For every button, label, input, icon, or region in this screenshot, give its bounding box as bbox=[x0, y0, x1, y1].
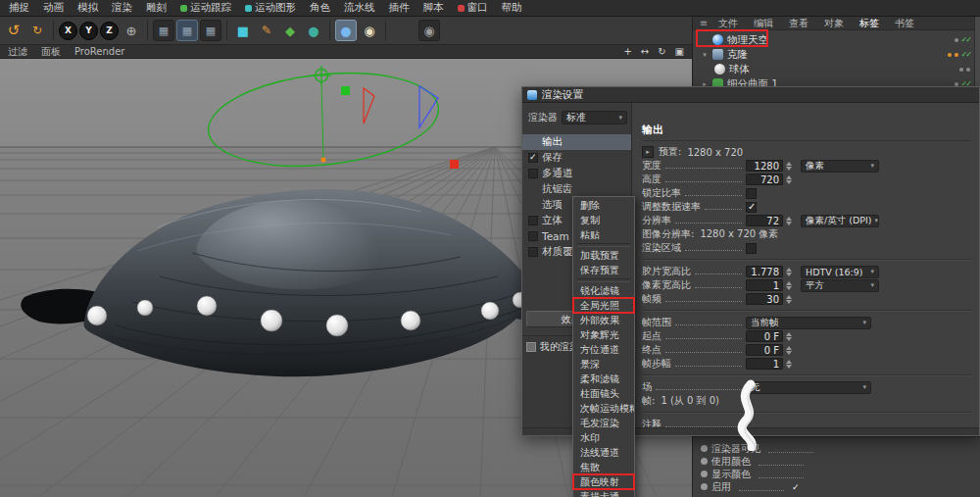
context-menu-item[interactable]: 柱面镜头 bbox=[573, 386, 634, 401]
mograph-tag-icon[interactable] bbox=[948, 53, 952, 57]
object-item-physical-sky[interactable]: 物理天空 bbox=[693, 32, 980, 47]
tree-checkbox[interactable] bbox=[528, 247, 538, 257]
menu-item[interactable]: 运动跟踪 bbox=[173, 1, 238, 15]
context-menu-item[interactable]: 景深 bbox=[573, 357, 634, 372]
context-menu-item[interactable]: 全局光照 bbox=[573, 298, 634, 313]
context-menu-item[interactable]: 方位通道 bbox=[573, 342, 634, 357]
menu-item[interactable]: 捕捉 bbox=[2, 1, 36, 15]
film-aspect-input[interactable]: 1.778 bbox=[746, 266, 783, 277]
context-menu-item[interactable]: 加载预置 bbox=[573, 248, 634, 263]
volume-button[interactable]: ● bbox=[303, 20, 324, 41]
layer-dot-icon[interactable] bbox=[959, 68, 963, 72]
context-menu-item[interactable]: 删除 bbox=[573, 198, 634, 213]
layer-dot-icon[interactable] bbox=[966, 68, 970, 72]
lock-z-axis-button[interactable]: Z bbox=[100, 22, 119, 40]
menu-item[interactable]: 动画 bbox=[36, 1, 71, 15]
object-manager-tab[interactable]: 查看 bbox=[781, 17, 816, 30]
context-menu-item[interactable] bbox=[577, 243, 630, 247]
mograph-tag-icon[interactable] bbox=[955, 53, 958, 57]
tree-checkbox[interactable] bbox=[528, 231, 538, 241]
dialog-titlebar[interactable]: 渲染设置 bbox=[522, 87, 979, 103]
context-menu-item[interactable]: 素描卡通 bbox=[573, 489, 634, 497]
context-menu-item[interactable]: 锐化滤镜 bbox=[573, 283, 634, 298]
object-manager-tab[interactable]: 书签 bbox=[887, 17, 922, 30]
field-select[interactable]: 无 bbox=[746, 381, 871, 394]
spline-pen-button[interactable]: ✎ bbox=[256, 20, 277, 41]
primitive-cube-button[interactable]: ■ bbox=[232, 20, 254, 41]
expand-icon[interactable] bbox=[701, 51, 709, 59]
panel-menu-icon[interactable] bbox=[697, 18, 710, 28]
toggle-view-icon[interactable]: ▣ bbox=[675, 46, 684, 57]
context-menu-item[interactable]: 法线通道 bbox=[573, 445, 634, 460]
context-menu-item[interactable]: 焦散 bbox=[573, 460, 634, 474]
zoom-view-icon[interactable]: ↔ bbox=[641, 46, 649, 57]
end-frame-stepper[interactable] bbox=[784, 344, 793, 356]
enabled-checks-icon[interactable] bbox=[961, 50, 970, 59]
pan-view-icon[interactable]: + bbox=[623, 46, 631, 57]
resolution-unit-select[interactable]: 像素/英寸 (DPI) bbox=[801, 215, 879, 227]
enabled-checkbox[interactable] bbox=[792, 482, 800, 492]
object-manager-tab[interactable]: 对象 bbox=[816, 17, 852, 30]
viewport-menu-panel[interactable]: 面板 bbox=[41, 45, 61, 59]
coordinate-system-button[interactable]: ⊕ bbox=[121, 20, 142, 41]
layer-dot-icon[interactable] bbox=[955, 82, 958, 86]
object-item-cloner[interactable]: 克隆 bbox=[693, 47, 980, 62]
menu-item[interactable]: 运动图形 bbox=[238, 1, 303, 15]
settings-tree-item[interactable]: 保存 bbox=[522, 150, 631, 166]
context-menu-item[interactable]: 柔和滤镜 bbox=[573, 372, 634, 386]
start-frame-input[interactable]: 0 F bbox=[746, 330, 783, 342]
lock-ratio-checkbox[interactable] bbox=[746, 188, 757, 199]
context-menu-item[interactable]: 水印 bbox=[573, 430, 634, 445]
context-menu-item[interactable]: 复制 bbox=[573, 213, 634, 227]
viewport-menu-prorender[interactable]: ProRender bbox=[74, 46, 124, 57]
object-manager-tab[interactable]: 标签 bbox=[852, 17, 887, 30]
resolution-stepper[interactable] bbox=[784, 215, 793, 226]
menu-item[interactable]: 角色 bbox=[303, 1, 337, 15]
resolution-input[interactable]: 72 bbox=[746, 215, 783, 226]
pixel-aspect-stepper[interactable] bbox=[784, 279, 793, 291]
undo-icon[interactable]: ↺ bbox=[3, 20, 24, 41]
pixel-aspect-input[interactable]: 1 bbox=[746, 279, 783, 291]
attr-row-enabled[interactable]: 启用 bbox=[701, 480, 980, 493]
object-item-sphere[interactable]: 球体 bbox=[693, 62, 980, 76]
layer-dot-icon[interactable] bbox=[955, 38, 958, 42]
width-stepper[interactable] bbox=[784, 160, 793, 172]
settings-tree-item[interactable]: 输出 bbox=[522, 134, 631, 150]
renderer-select[interactable]: 标准 bbox=[562, 111, 627, 124]
tree-checkbox[interactable] bbox=[528, 153, 538, 163]
context-menu-item[interactable]: 粘贴 bbox=[573, 227, 634, 242]
preset-popup-button[interactable] bbox=[642, 146, 654, 158]
frame-range-select[interactable]: 当前帧 bbox=[746, 317, 871, 329]
menu-item[interactable]: 渲染 bbox=[105, 1, 139, 15]
menu-item[interactable]: 雕刻 bbox=[139, 1, 173, 15]
adapt-data-rate-checkbox[interactable] bbox=[746, 202, 757, 213]
settings-tree-item[interactable]: 多通道 bbox=[522, 166, 631, 181]
menu-item[interactable]: 窗口 bbox=[451, 1, 495, 15]
lock-y-axis-button[interactable]: Y bbox=[79, 22, 98, 40]
menu-item[interactable]: 插件 bbox=[382, 1, 416, 15]
render-view-button[interactable]: ▦ bbox=[153, 20, 174, 41]
lock-x-axis-button[interactable]: X bbox=[59, 22, 77, 40]
attr-row-visible-in-renderer[interactable]: 渲染器可见 bbox=[701, 442, 980, 455]
height-stepper[interactable] bbox=[784, 174, 793, 185]
frame-step-stepper[interactable] bbox=[784, 358, 793, 370]
context-menu-item[interactable]: 次帧运动模糊 bbox=[573, 401, 634, 416]
menu-item[interactable]: 模拟 bbox=[71, 1, 105, 15]
attr-row-use-color[interactable]: 使用颜色 bbox=[701, 455, 980, 468]
tree-checkbox[interactable] bbox=[528, 216, 538, 225]
menu-item[interactable]: 流水线 bbox=[337, 1, 382, 15]
context-menu-item[interactable] bbox=[577, 278, 630, 282]
viewport-menu-filter[interactable]: 过滤 bbox=[8, 45, 27, 59]
context-menu-item[interactable]: 颜色映射 bbox=[573, 474, 634, 489]
light-button[interactable]: ◉ bbox=[359, 20, 380, 41]
height-input[interactable]: 720 bbox=[746, 174, 783, 185]
end-frame-input[interactable]: 0 F bbox=[746, 344, 783, 356]
context-menu-item[interactable]: 保存预置 bbox=[573, 263, 634, 277]
menu-item[interactable]: 帮助 bbox=[495, 1, 529, 15]
start-frame-stepper[interactable] bbox=[784, 330, 793, 342]
enabled-checks-icon[interactable] bbox=[961, 35, 970, 44]
mograph-button[interactable]: ◆ bbox=[279, 20, 301, 41]
context-menu-item[interactable]: 毛发渲染 bbox=[573, 416, 634, 430]
tree-checkbox[interactable] bbox=[528, 169, 538, 178]
settings-tree-item[interactable]: 抗锯齿 bbox=[522, 181, 631, 197]
